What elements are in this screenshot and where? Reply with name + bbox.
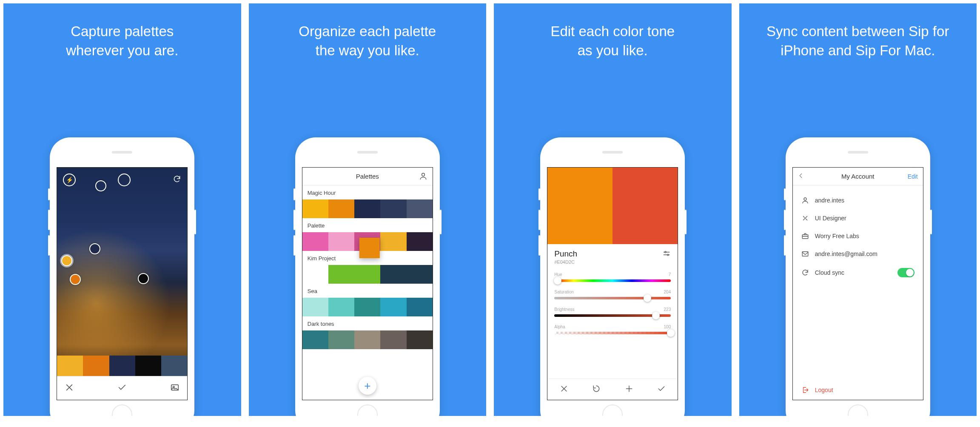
- username-value: andre.intes: [815, 197, 914, 204]
- profile-icon[interactable]: [419, 172, 427, 182]
- confirm-icon[interactable]: [657, 384, 666, 395]
- capture-screen: ⚡: [57, 167, 188, 400]
- gallery-icon[interactable]: [170, 383, 179, 394]
- palette-item[interactable]: Dark tones: [302, 316, 433, 349]
- slider-label: Alpha: [554, 325, 565, 329]
- panel-caption: Organize each palette the way you like.: [249, 3, 487, 60]
- saturation-slider[interactable]: Saturation204: [554, 290, 671, 299]
- color-picker-dot[interactable]: [95, 180, 106, 191]
- hue-slider[interactable]: Hue7: [554, 272, 671, 282]
- role-value: UI Designer: [815, 215, 914, 222]
- edit-swatch-preview: [547, 168, 678, 244]
- account-company-row: Worry Free Labs: [793, 227, 923, 245]
- palette-item[interactable]: Magic Hour: [302, 185, 433, 218]
- logout-icon: [801, 386, 809, 394]
- svg-rect-6: [802, 235, 808, 239]
- capture-target-icon[interactable]: [118, 174, 131, 186]
- nav-title: My Account: [841, 173, 875, 180]
- camera-flip-icon[interactable]: [173, 175, 181, 185]
- confirm-icon[interactable]: [117, 383, 127, 394]
- dragging-swatch[interactable]: [359, 238, 380, 258]
- account-username-row: andre.intes: [793, 191, 923, 209]
- camera-viewfinder[interactable]: ⚡: [57, 168, 187, 376]
- palettes-screen: Palettes Magic Hour Palette Kim Project: [302, 167, 433, 400]
- slider-label: Hue: [554, 272, 562, 277]
- phone-frame: Punch #E04D2C Hue7 Saturation204: [540, 137, 685, 416]
- cloud-sync-toggle[interactable]: [897, 268, 914, 277]
- sync-icon: [801, 269, 809, 276]
- nav-bar: My Account Edit: [793, 168, 923, 185]
- color-picker-dot[interactable]: [70, 274, 81, 285]
- capture-toolbar: [57, 376, 187, 400]
- nav-bar: Palettes: [302, 168, 433, 185]
- company-value: Worry Free Labs: [815, 233, 914, 239]
- logout-button[interactable]: Logout: [793, 380, 923, 400]
- logout-label: Logout: [815, 387, 833, 393]
- flash-toggle-icon[interactable]: ⚡: [63, 174, 76, 186]
- palette-name: Dark tones: [302, 316, 433, 330]
- color-picker-dot[interactable]: [89, 243, 100, 254]
- cloud-sync-row: Cloud sync: [793, 263, 923, 282]
- slider-value: 223: [664, 307, 671, 312]
- phone-frame: My Account Edit andre.intes UI Designer …: [786, 137, 930, 416]
- add-palette-button[interactable]: +: [359, 377, 376, 395]
- account-screen: My Account Edit andre.intes UI Designer …: [792, 167, 923, 400]
- panel-caption: Sync content between Sip for iPhone and …: [739, 3, 977, 60]
- add-icon[interactable]: [625, 384, 633, 395]
- color-hex: #E04D2C: [554, 259, 577, 265]
- svg-rect-7: [802, 252, 808, 256]
- slider-value: 204: [664, 290, 671, 294]
- promo-panel-capture: Capture palettes wherever you are. ⚡: [3, 3, 241, 416]
- svg-point-5: [804, 198, 806, 200]
- cancel-icon[interactable]: [560, 384, 568, 395]
- slider-label: Brightness: [554, 307, 574, 312]
- color-picker-dot[interactable]: [138, 273, 149, 284]
- slider-value: 100: [664, 325, 671, 329]
- palette-item[interactable]: Sea: [302, 284, 433, 316]
- palette-name: Sea: [302, 284, 433, 298]
- back-icon[interactable]: [798, 173, 804, 180]
- promo-panel-edit: Edit each color tone as you like. Punch …: [494, 3, 732, 416]
- palette-name: Palette: [302, 218, 433, 232]
- settings-sliders-icon[interactable]: [662, 249, 671, 259]
- panel-caption: Edit each color tone as you like.: [494, 3, 732, 60]
- cancel-icon[interactable]: [65, 383, 74, 394]
- promo-panel-sync: Sync content between Sip for iPhone and …: [739, 3, 977, 416]
- slider-label: Saturation: [554, 290, 574, 294]
- phone-frame: ⚡: [50, 137, 194, 416]
- account-list: andre.intes UI Designer Worry Free Labs …: [793, 185, 923, 380]
- user-icon: [801, 196, 809, 204]
- color-name: Punch: [554, 249, 577, 259]
- account-email-row: andre.intes@gmail.com: [793, 245, 923, 263]
- promo-panel-organize: Organize each palette the way you like. …: [249, 3, 487, 416]
- mail-icon: [801, 250, 809, 258]
- color-picker-dot[interactable]: [61, 255, 72, 266]
- svg-point-3: [665, 251, 666, 253]
- undo-icon[interactable]: [592, 384, 601, 395]
- palette-name: Magic Hour: [302, 185, 433, 199]
- phone-frame: Palettes Magic Hour Palette Kim Project: [295, 137, 440, 416]
- brightness-slider[interactable]: Brightness223: [554, 307, 671, 317]
- edit-screen: Punch #E04D2C Hue7 Saturation204: [547, 167, 678, 400]
- email-value: andre.intes@gmail.com: [815, 251, 914, 257]
- alpha-slider[interactable]: Alpha100: [554, 325, 671, 334]
- swatch-left: [547, 168, 612, 244]
- swatch-right: [612, 168, 678, 244]
- edit-toolbar: [547, 379, 678, 400]
- svg-point-2: [422, 173, 424, 176]
- nav-title: Palettes: [356, 173, 379, 180]
- account-role-row: UI Designer: [793, 209, 923, 227]
- edit-link[interactable]: Edit: [908, 173, 918, 180]
- svg-point-4: [667, 254, 669, 256]
- slider-value: 7: [669, 272, 671, 277]
- sync-label: Cloud sync: [815, 269, 892, 276]
- palette-list[interactable]: Magic Hour Palette Kim Project Sea Dark …: [302, 185, 433, 400]
- tools-icon: [801, 214, 809, 222]
- captured-swatch-strip: [57, 356, 187, 376]
- briefcase-icon: [801, 232, 809, 240]
- panel-caption: Capture palettes wherever you are.: [3, 3, 241, 60]
